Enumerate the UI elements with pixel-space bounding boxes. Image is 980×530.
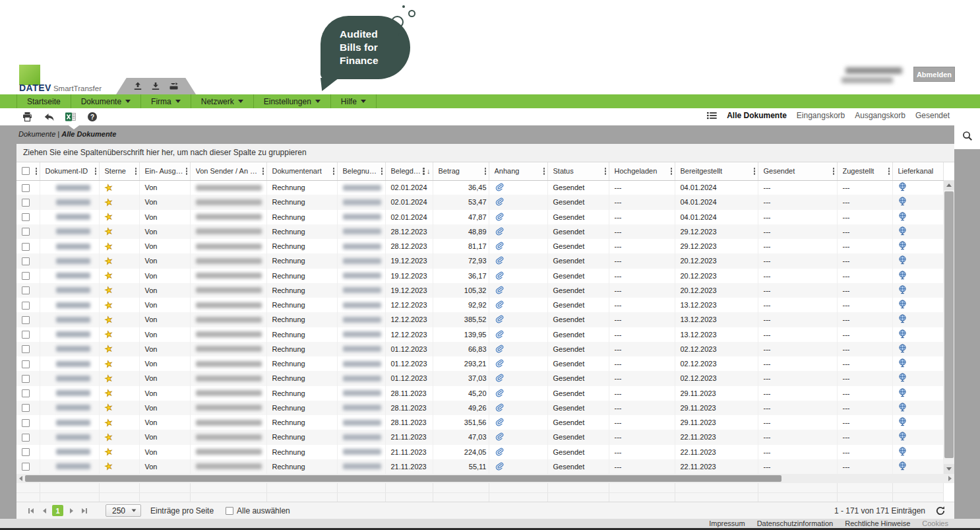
row-checkbox[interactable] xyxy=(22,243,30,251)
search-button[interactable] xyxy=(954,125,980,149)
scroll-down-button[interactable] xyxy=(944,464,954,474)
first-page-button[interactable] xyxy=(24,505,38,517)
row-checkbox[interactable] xyxy=(22,316,30,324)
next-page-button[interactable] xyxy=(65,505,78,517)
table-row[interactable]: ★VonRechnung01.12.2023293,21Gesendet---0… xyxy=(16,356,943,371)
column-header-bereitgestellt[interactable]: Bereitgestellt xyxy=(675,162,758,180)
globe-icon[interactable] xyxy=(898,185,907,193)
row-checkbox[interactable] xyxy=(22,272,30,280)
star-icon[interactable]: ★ xyxy=(104,432,113,443)
column-menu-icon[interactable] xyxy=(484,167,487,175)
table-row[interactable]: ★VonRechnung28.11.2023351,56Gesendet---2… xyxy=(16,415,943,430)
column-header-lieferkanal[interactable]: Lieferkanal xyxy=(892,162,943,180)
star-icon[interactable]: ★ xyxy=(104,300,113,311)
globe-icon[interactable] xyxy=(898,391,907,399)
column-header-dokumentenart[interactable]: Dokumentenart xyxy=(266,162,337,180)
list-view-icon[interactable] xyxy=(706,111,717,120)
page-number-button[interactable]: 1 xyxy=(52,505,63,516)
globe-icon[interactable] xyxy=(898,273,907,281)
view-tab-gesendet[interactable]: Gesendet xyxy=(915,111,950,120)
paperclip-icon[interactable] xyxy=(495,464,504,472)
vertical-scroll-thumb[interactable] xyxy=(944,191,954,458)
select-all-rows-checkbox[interactable] xyxy=(22,167,30,175)
row-checkbox[interactable] xyxy=(22,419,30,427)
send-tray-icon[interactable] xyxy=(169,82,179,90)
star-icon[interactable]: ★ xyxy=(104,343,113,354)
globe-icon[interactable] xyxy=(898,229,907,237)
row-checkbox[interactable] xyxy=(22,360,30,368)
globe-icon[interactable] xyxy=(898,258,907,266)
table-row[interactable]: ★VonRechnung12.12.2023139,95Gesendet---1… xyxy=(16,327,943,342)
footer-link-impressum[interactable]: Impressum xyxy=(709,519,745,527)
menu-item-netzwerk[interactable]: Netzwerk xyxy=(191,94,254,108)
footer-link-rechtliche-hinweise[interactable]: Rechtliche Hinweise xyxy=(845,519,910,527)
undo-icon[interactable] xyxy=(42,110,55,123)
star-icon[interactable]: ★ xyxy=(104,197,113,208)
globe-icon[interactable] xyxy=(898,244,907,251)
column-menu-icon[interactable] xyxy=(262,167,264,175)
column-menu-icon[interactable] xyxy=(422,167,425,175)
column-header-status[interactable]: Status xyxy=(547,162,609,180)
paperclip-icon[interactable] xyxy=(495,258,504,266)
previous-page-button[interactable] xyxy=(38,505,51,517)
column-menu-icon[interactable] xyxy=(185,167,188,175)
select-all-checkbox[interactable] xyxy=(226,507,233,515)
column-header-belegnummer[interactable]: Belegnummer xyxy=(337,162,385,180)
globe-icon[interactable] xyxy=(898,420,907,428)
column-header-gesendet[interactable]: Gesendet xyxy=(758,162,837,180)
globe-icon[interactable] xyxy=(898,215,907,222)
row-checkbox[interactable] xyxy=(22,302,30,310)
row-checkbox[interactable] xyxy=(22,213,30,221)
column-menu-icon[interactable] xyxy=(670,167,673,175)
view-tab-ausgangskorb[interactable]: Ausgangskorb xyxy=(855,111,905,120)
scroll-up-button[interactable] xyxy=(944,180,954,190)
column-menu-icon[interactable] xyxy=(604,167,607,175)
vertical-scrollbar[interactable] xyxy=(944,180,954,474)
table-row[interactable]: ★VonRechnung12.12.202392,92Gesendet---13… xyxy=(16,298,943,312)
globe-icon[interactable] xyxy=(898,332,907,340)
column-menu-icon[interactable] xyxy=(543,167,545,175)
column-menu-icon[interactable] xyxy=(135,167,137,175)
column-header-sterne[interactable]: Sterne xyxy=(99,162,139,180)
table-row[interactable]: ★VonRechnung02.01.202453,47Gesendet---04… xyxy=(16,195,943,209)
row-checkbox[interactable] xyxy=(22,463,30,471)
paperclip-icon[interactable] xyxy=(495,229,504,237)
horizontal-scroll-thumb[interactable] xyxy=(25,475,781,482)
row-checkbox[interactable] xyxy=(22,434,30,442)
paperclip-icon[interactable] xyxy=(495,449,504,457)
globe-icon[interactable] xyxy=(898,405,907,413)
menu-item-einstellungen[interactable]: Einstellungen xyxy=(254,94,331,108)
help-icon[interactable]: ? xyxy=(86,110,99,123)
row-checkbox[interactable] xyxy=(22,375,30,383)
star-icon[interactable]: ★ xyxy=(104,226,113,237)
footer-link-cookies[interactable]: Cookies xyxy=(922,519,948,527)
globe-icon[interactable] xyxy=(898,347,907,354)
star-icon[interactable]: ★ xyxy=(104,329,113,340)
table-row[interactable]: ★VonRechnung28.12.202381,17Gesendet---29… xyxy=(16,239,943,253)
star-icon[interactable]: ★ xyxy=(104,241,113,252)
menu-item-startseite[interactable]: Startseite xyxy=(16,94,71,108)
scroll-left-button[interactable] xyxy=(16,474,25,483)
paperclip-icon[interactable] xyxy=(495,434,504,442)
last-page-button[interactable] xyxy=(78,505,91,517)
view-tab-alle-dokumente[interactable]: Alle Dokumente xyxy=(727,111,787,120)
star-icon[interactable]: ★ xyxy=(104,270,113,281)
row-checkbox[interactable] xyxy=(22,228,30,236)
table-row[interactable]: ★VonRechnung28.11.202345,20Gesendet---29… xyxy=(16,386,943,401)
column-menu-icon[interactable] xyxy=(753,167,756,175)
column-header-dokument_id[interactable]: Dokument-ID xyxy=(40,162,99,180)
globe-icon[interactable] xyxy=(898,376,907,383)
column-header-sender[interactable]: Von Sender / An Em... xyxy=(190,162,266,180)
table-row[interactable]: ★VonRechnung19.12.2023105,32Gesendet---2… xyxy=(16,283,943,298)
table-row[interactable]: ★VonRechnung19.12.202372,93Gesendet---20… xyxy=(16,253,943,268)
group-by-bar[interactable]: Ziehen Sie eine Spaltenüberschrift hier … xyxy=(16,144,954,162)
column-header-richtung[interactable]: Ein- Ausga... xyxy=(139,162,190,180)
column-menu-icon[interactable] xyxy=(832,167,835,175)
paperclip-icon[interactable] xyxy=(495,317,504,325)
column-header-belegdatum[interactable]: Belegdatum↓ xyxy=(385,162,433,180)
menu-item-dokumente[interactable]: Dokumente xyxy=(71,94,141,108)
paperclip-icon[interactable] xyxy=(495,199,504,207)
table-row[interactable]: ★VonRechnung01.12.202337,03Gesendet---02… xyxy=(16,371,943,385)
globe-icon[interactable] xyxy=(898,449,907,457)
column-menu-icon[interactable] xyxy=(381,167,383,175)
